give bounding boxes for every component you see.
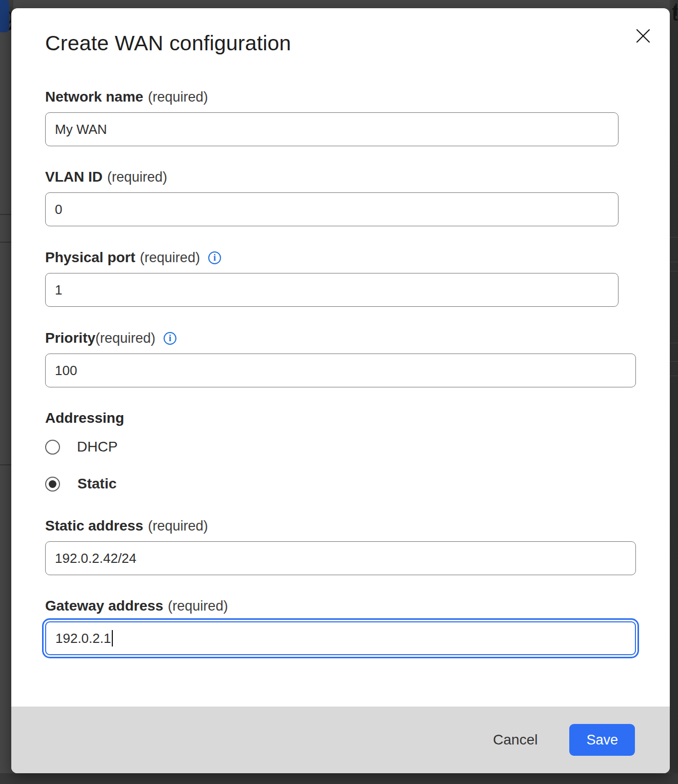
priority-input[interactable]: 100: [45, 354, 636, 387]
vlan-id-label: VLAN ID (required): [45, 168, 636, 186]
save-button[interactable]: Save: [569, 724, 635, 756]
physical-port-info-icon[interactable]: i: [208, 251, 221, 264]
static-address-label: Static address (required): [45, 517, 636, 535]
occluded-page-line: [0, 242, 11, 243]
static-address-value: 192.0.2.42/24: [55, 551, 136, 566]
network-name-value: My WAN: [55, 122, 107, 138]
occluded-page-line: [0, 214, 11, 215]
cancel-button[interactable]: Cancel: [487, 728, 544, 752]
static-address-input[interactable]: 192.0.2.42/24: [45, 541, 636, 575]
occluded-page-line: [670, 376, 678, 376]
radio-dhcp[interactable]: DHCP: [45, 439, 636, 455]
network-name-input[interactable]: My WAN: [45, 112, 619, 146]
text-cursor: [112, 630, 113, 646]
occluded-blue-button-fragment: [0, 0, 9, 32]
gateway-address-value: 192.0.2.1: [55, 631, 111, 646]
occluded-page-line: [0, 464, 11, 465]
physical-port-input[interactable]: 1: [45, 273, 619, 307]
close-button[interactable]: [635, 28, 651, 44]
priority-label: Priority (required) i: [45, 329, 636, 347]
radio-unselected-icon: [45, 440, 60, 455]
radio-selected-icon: [45, 477, 60, 492]
vlan-id-value: 0: [55, 202, 62, 218]
network-name-label: Network name (required): [45, 88, 636, 106]
screen: gu ur t l t Create WAN configuration Net…: [0, 0, 678, 784]
vlan-id-input[interactable]: 0: [45, 192, 619, 226]
occluded-page-text: t: [670, 0, 678, 27]
occluded-page-line: [670, 271, 678, 271]
priority-value: 100: [55, 363, 77, 379]
occluded-page-line: [670, 237, 678, 238]
priority-info-icon[interactable]: i: [164, 332, 176, 345]
gateway-address-input[interactable]: 192.0.2.1: [45, 621, 636, 655]
radio-static[interactable]: Static: [45, 476, 636, 492]
close-icon: [636, 29, 650, 43]
create-wan-configuration-dialog: Create WAN configuration Network name (r…: [11, 8, 670, 773]
physical-port-value: 1: [55, 282, 62, 298]
background-overlay-right: [670, 0, 678, 784]
gateway-address-label: Gateway address (required): [45, 597, 636, 615]
radio-static-label: Static: [77, 476, 116, 492]
dialog-title: Create WAN configuration: [45, 31, 636, 55]
physical-port-label: Physical port (required) i: [45, 249, 636, 266]
occluded-page-line: [670, 361, 678, 362]
dialog-footer: Cancel Save: [11, 707, 670, 773]
occluded-page-line: [670, 343, 678, 343]
radio-dhcp-label: DHCP: [77, 439, 117, 455]
background-overlay-bottom: [0, 773, 678, 784]
addressing-heading: Addressing: [45, 409, 636, 427]
occluded-page-line: [670, 262, 678, 262]
